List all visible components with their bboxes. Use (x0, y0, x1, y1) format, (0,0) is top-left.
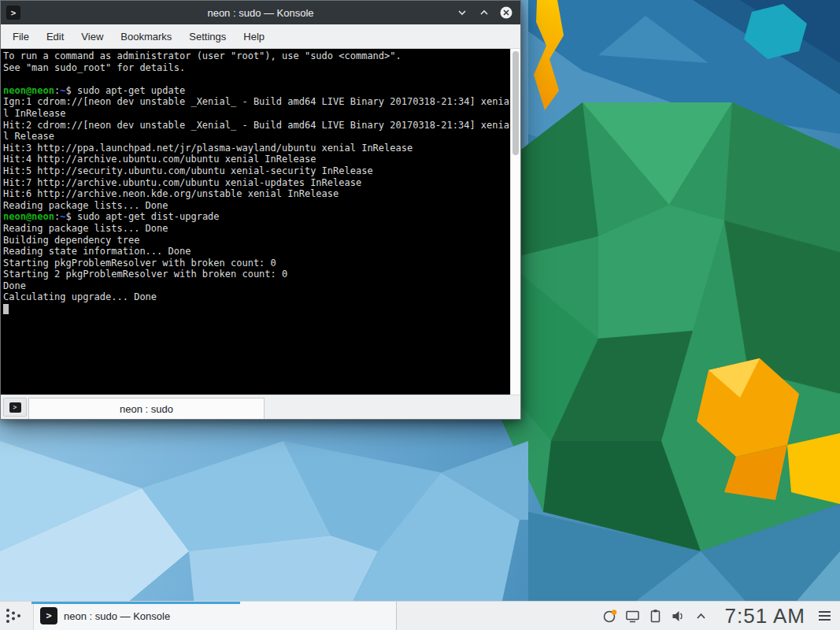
desktop: > neon : sudo — Konsole File Edit (0, 0, 840, 630)
tab-label: neon : sudo (120, 403, 173, 415)
maximize-button[interactable] (477, 6, 491, 20)
menu-item-view[interactable]: View (72, 27, 112, 46)
task-button-konsole[interactable]: > neon : sudo — Konsole (33, 602, 397, 630)
konsole-task-icon: > (40, 607, 57, 624)
application-launcher-button[interactable] (0, 602, 27, 630)
task-label: neon : sudo — Konsole (64, 610, 170, 622)
konsole-window: > neon : sudo — Konsole File Edit (0, 0, 521, 420)
user-activity-icon[interactable] (602, 608, 618, 624)
menu-item-file[interactable]: File (4, 27, 38, 46)
volume-icon[interactable] (671, 608, 686, 624)
minimize-button[interactable] (455, 6, 469, 20)
taskbar-panel: > neon : sudo — Konsole (0, 601, 840, 630)
panel-toolbox-button[interactable] (813, 602, 835, 630)
system-tray (602, 608, 714, 624)
new-tab-button[interactable]: > (3, 398, 27, 417)
terminal-output[interactable]: To run a command as administrator (user … (1, 49, 510, 395)
menu-item-edit[interactable]: Edit (38, 27, 72, 46)
scrollbar-thumb[interactable] (513, 51, 519, 155)
titlebar[interactable]: > neon : sudo — Konsole (1, 1, 520, 24)
menubar: File Edit View Bookmarks Settings Help (1, 24, 520, 49)
menu-item-settings[interactable]: Settings (180, 27, 235, 46)
terminal-area: To run a command as administrator (user … (1, 49, 520, 395)
terminal-icon: > (9, 402, 21, 413)
menu-item-bookmarks[interactable]: Bookmarks (112, 27, 180, 46)
tab-bar: > neon : sudo (1, 395, 520, 419)
clipboard-icon[interactable] (648, 608, 664, 624)
digital-clock[interactable]: 7:51 AM (714, 604, 813, 628)
expand-tray-chevron-icon[interactable] (694, 608, 709, 624)
terminal-scrollbar[interactable] (510, 49, 520, 395)
launcher-icon (4, 606, 23, 626)
window-title: neon : sudo — Konsole (1, 7, 520, 19)
panel-scroll-indicator (31, 602, 240, 604)
close-button[interactable] (499, 6, 513, 20)
menu-item-help[interactable]: Help (235, 27, 273, 46)
display-icon[interactable] (625, 608, 641, 624)
terminal-tab[interactable]: neon : sudo (28, 398, 265, 419)
konsole-app-icon: > (6, 6, 20, 20)
